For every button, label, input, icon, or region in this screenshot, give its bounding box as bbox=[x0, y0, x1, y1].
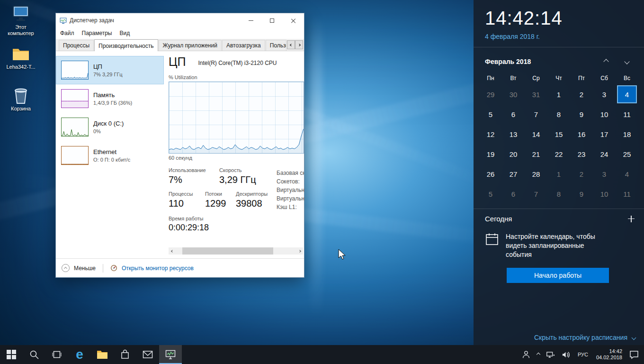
calendar-day[interactable]: 28 bbox=[525, 164, 547, 184]
scroll-left-button[interactable] bbox=[169, 247, 176, 255]
calendar-day[interactable]: 9 bbox=[570, 184, 593, 204]
fewer-details-button[interactable]: Меньше bbox=[74, 265, 96, 272]
calendar-day[interactable]: 7 bbox=[525, 184, 547, 204]
calendar-day[interactable]: 18 bbox=[616, 124, 638, 144]
search-button[interactable] bbox=[23, 345, 45, 364]
calendar-day[interactable]: 17 bbox=[593, 124, 616, 144]
store-button[interactable] bbox=[114, 345, 136, 364]
desktop-icon-recycle-bin[interactable]: Корзина bbox=[3, 86, 39, 112]
tab-scroll-left-button[interactable] bbox=[287, 40, 295, 49]
minimize-button[interactable] bbox=[240, 14, 261, 27]
calendar-day[interactable]: 27 bbox=[502, 164, 525, 184]
desktop-icon-folder[interactable]: Leha342-T... bbox=[3, 46, 39, 70]
calendar-prev-month-button[interactable] bbox=[596, 55, 617, 68]
sidebar-item-cpu[interactable]: ЦП 7% 3,29 ГГц bbox=[56, 56, 164, 84]
tab-users[interactable]: Пользователи bbox=[266, 40, 286, 51]
calendar-day[interactable]: 2 bbox=[570, 84, 593, 104]
volume-button[interactable] bbox=[560, 351, 572, 359]
sidebar-item-subtitle: 7% 3,29 ГГц bbox=[93, 72, 123, 77]
sidebar-item-ethernet[interactable]: Ethernet О: 0 П: 0 кбит/с bbox=[56, 141, 164, 170]
calendar-day[interactable]: 15 bbox=[547, 124, 570, 144]
sidebar-item-disk[interactable]: Диск 0 (C:) 0% bbox=[56, 113, 164, 141]
calendar-day[interactable]: 8 bbox=[547, 184, 570, 204]
calendar-day[interactable]: 19 bbox=[479, 144, 502, 164]
calendar-day[interactable]: 6 bbox=[502, 184, 525, 204]
task-manager-taskbar-button[interactable] bbox=[159, 345, 182, 364]
calendar-day[interactable]: 1 bbox=[547, 84, 570, 104]
calendar-day[interactable]: 1 bbox=[547, 164, 570, 184]
calendar-day[interactable]: 24 bbox=[593, 144, 616, 164]
task-view-button[interactable] bbox=[45, 345, 68, 364]
calendar-day[interactable]: 6 bbox=[502, 104, 525, 124]
get-started-button[interactable]: Начало работы bbox=[507, 268, 609, 283]
scrollbar-thumb[interactable] bbox=[182, 247, 273, 255]
calendar-month-label[interactable]: Февраль 2018 bbox=[485, 58, 596, 65]
clock-date[interactable]: 4 февраля 2018 г. bbox=[474, 29, 644, 47]
titlebar[interactable]: Диспетчер задач bbox=[56, 13, 304, 27]
mail-button[interactable] bbox=[136, 345, 159, 364]
menu-options[interactable]: Параметры bbox=[82, 30, 112, 36]
people-button[interactable] bbox=[520, 350, 532, 359]
calendar-day[interactable]: 4 bbox=[616, 164, 638, 184]
calendar-day[interactable]: 2 bbox=[570, 164, 593, 184]
hide-agenda-link[interactable]: Скрыть настройку расписания bbox=[534, 334, 635, 341]
calendar-day[interactable]: 9 bbox=[570, 104, 593, 124]
calendar-day[interactable]: 13 bbox=[502, 124, 525, 144]
add-event-button[interactable] bbox=[628, 216, 635, 222]
calendar-day[interactable]: 26 bbox=[479, 164, 502, 184]
show-hidden-icons-button[interactable] bbox=[536, 353, 541, 356]
network-button[interactable] bbox=[545, 351, 557, 359]
sidebar-item-subtitle: 1,4/3,9 ГБ (36%) bbox=[93, 100, 132, 106]
start-button[interactable] bbox=[0, 345, 23, 364]
sidebar-item-memory[interactable]: Память 1,4/3,9 ГБ (36%) bbox=[56, 84, 164, 113]
event-hint-text: Настройте календарь, чтобы видеть заплан… bbox=[506, 232, 608, 259]
calendar-day[interactable]: 31 bbox=[525, 84, 547, 104]
open-resource-monitor-link[interactable]: Открыть монитор ресурсов bbox=[122, 265, 194, 272]
calendar-day[interactable]: 3 bbox=[593, 164, 616, 184]
calendar-day[interactable]: 14 bbox=[525, 124, 547, 144]
menu-file[interactable]: Файл bbox=[60, 30, 74, 36]
calendar-day[interactable]: 3 bbox=[593, 84, 616, 104]
calendar-day[interactable]: 11 bbox=[616, 104, 638, 124]
action-center-button[interactable] bbox=[628, 350, 640, 359]
tab-performance[interactable]: Производительность bbox=[94, 39, 158, 51]
calendar-day[interactable]: 23 bbox=[570, 144, 593, 164]
clock-tray[interactable]: 14:42 04.02.2018 bbox=[594, 348, 625, 361]
tab-strip: Процессы Производительность Журнал прило… bbox=[56, 39, 304, 51]
language-indicator[interactable]: РУС bbox=[575, 352, 590, 357]
tab-processes[interactable]: Процессы bbox=[59, 40, 94, 51]
calendar-day[interactable]: 5 bbox=[479, 104, 502, 124]
scrollbar-track[interactable] bbox=[176, 247, 296, 255]
edge-button[interactable]: e bbox=[68, 345, 91, 364]
calendar-day[interactable]: 16 bbox=[570, 124, 593, 144]
menu-view[interactable]: Вид bbox=[119, 30, 130, 36]
calendar-day[interactable]: 25 bbox=[616, 144, 638, 164]
calendar-day[interactable]: 29 bbox=[479, 84, 502, 104]
footer-divider bbox=[103, 264, 103, 273]
tab-scroll-right-button[interactable] bbox=[295, 40, 303, 49]
calendar-day[interactable]: 5 bbox=[479, 184, 502, 204]
desktop-icon-label: Leha342-T... bbox=[3, 64, 39, 70]
tab-startup[interactable]: Автозагрузка bbox=[222, 40, 265, 51]
calendar-day-today[interactable]: 4 bbox=[617, 85, 637, 103]
calendar-day[interactable]: 11 bbox=[616, 184, 638, 204]
calendar-day[interactable]: 20 bbox=[502, 144, 525, 164]
system-tray: РУС 14:42 04.02.2018 bbox=[520, 345, 644, 364]
scroll-right-button[interactable] bbox=[296, 247, 303, 255]
horizontal-scrollbar[interactable] bbox=[169, 247, 303, 255]
close-button[interactable] bbox=[283, 14, 304, 27]
tab-app-history[interactable]: Журнал приложений bbox=[159, 40, 222, 51]
calendar-day[interactable]: 10 bbox=[593, 104, 616, 124]
desktop-icon-this-pc[interactable]: Этот компьютер bbox=[3, 5, 39, 36]
calendar-day[interactable]: 21 bbox=[525, 144, 547, 164]
calendar-day[interactable]: 12 bbox=[479, 124, 502, 144]
maximize-button[interactable] bbox=[261, 14, 283, 27]
file-explorer-button[interactable] bbox=[91, 345, 114, 364]
calendar-day[interactable]: 22 bbox=[547, 144, 570, 164]
calendar-next-month-button[interactable] bbox=[617, 55, 637, 68]
graph-label: % Utilization bbox=[169, 74, 304, 80]
calendar-day[interactable]: 8 bbox=[547, 104, 570, 124]
calendar-day[interactable]: 30 bbox=[502, 84, 525, 104]
calendar-day[interactable]: 10 bbox=[593, 184, 616, 204]
calendar-day[interactable]: 7 bbox=[525, 104, 547, 124]
